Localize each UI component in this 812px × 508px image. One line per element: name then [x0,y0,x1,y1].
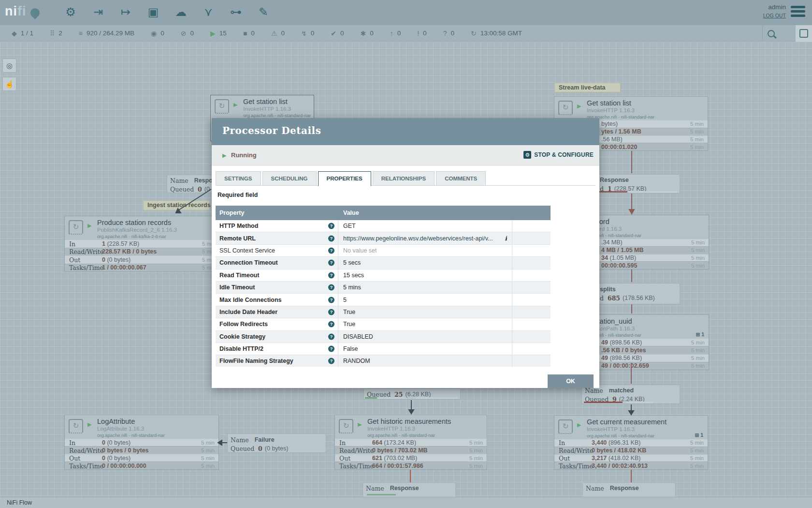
running-status-label: Running [231,151,257,159]
processor-icon: ↻ [69,419,83,433]
property-row: HTTP Method?GET [216,220,551,232]
funnel-tool-icon[interactable]: ⋎ [200,3,217,21]
tab-settings[interactable]: SETTINGS [216,171,261,186]
property-row: Connection Timeout?5 secs [216,257,551,269]
tab-properties[interactable]: PROPERTIES [318,171,371,186]
queue-load-bar [584,402,623,403]
property-value-cell[interactable]: True [338,318,512,330]
processor-stat-row: In3,440 (896.31 KB)5 min [554,439,708,447]
queue-load-bar [378,397,406,399]
run-status-icon: ▶ [233,102,237,108]
processor-produce-station-records[interactable]: ↻▶Produce station recordsPublishKafkaRec… [64,216,220,272]
ok-button[interactable]: OK [548,374,594,388]
processor-type: LogAttribute 1.16.3 [97,426,144,432]
property-column-header: Property [216,209,338,216]
processor-tool-icon[interactable]: ⚙ [62,3,79,21]
property-value-cell[interactable]: 15 secs [338,269,512,281]
property-value-cell[interactable]: DISABLED [338,331,512,343]
processor-name: Get historic measurements [367,418,451,425]
tab-scheduling[interactable]: SCHEDULING [262,171,317,186]
stop-configure-button[interactable]: ⚙ STOP & CONFIGURE [523,151,594,159]
stopped-components-icon: ■ [243,30,247,37]
help-icon[interactable]: ? [328,346,334,352]
navigate-panel-button[interactable]: ◎ [2,59,16,73]
remote-process-group-tool-icon[interactable]: ☁ [172,3,189,21]
connection-label-failure[interactable]: NameFailureQueued 0(0 bytes) [227,433,326,453]
output-port-tool-icon[interactable]: ↦ [117,3,134,21]
property-value-cell[interactable]: 5 secs [338,257,512,269]
processor-name: LogAttribute [97,418,135,425]
nifi-drop-icon [29,6,42,19]
processor-stat-row: Out621 (703.02 MB)5 min [335,454,487,462]
template-tool-icon[interactable]: ⊶ [227,3,245,21]
property-row: Disable HTTP/2?False [216,343,551,355]
help-icon[interactable]: ? [328,333,334,340]
refresh-icon[interactable]: ↻ [471,30,477,37]
connection-label-queued-25[interactable]: Queued 25(6.28 KB) [363,388,461,400]
help-icon[interactable]: ? [328,247,334,254]
processor-get-current-measurement[interactable]: ↻▶Get current measurementInvokeHTTP 1.16… [554,415,708,470]
canvas-tool-button[interactable] [796,25,812,42]
queue-load-bar [626,402,653,403]
active-threads-icon: ⠿ [50,30,55,37]
status-clustered-nodes: ◆1 / 1 [12,30,33,37]
processor-get-historic-measurements[interactable]: ↻▶Get historic measurementsInvokeHTTP 1.… [334,415,487,470]
property-value-cell[interactable]: False [338,343,512,355]
status-stopped-components: ■0 [243,30,255,37]
property-name-cell: Read Timeout? [216,269,338,281]
processor-icon: ↻ [339,419,353,433]
run-status-icon: ▶ [577,422,581,428]
help-icon[interactable]: ? [328,223,334,229]
property-name-cell: HTTP Method? [216,220,338,232]
tab-relationships[interactable]: RELATIONSHIPS [373,171,435,186]
property-value-cell[interactable]: RANDOM [338,355,512,367]
help-icon[interactable]: ? [328,260,334,266]
property-value-cell[interactable]: https://www.pegelonline.wsv.de/webservic… [338,232,512,244]
help-icon[interactable]: ? [328,309,334,315]
help-icon[interactable]: ? [328,358,334,364]
logout-link[interactable]: LOG OUT [763,13,786,18]
processor-icon: ↻ [558,101,573,115]
processor-log-attribute[interactable]: ↻▶LogAttributeLogAttribute 1.16.3org.apa… [64,415,219,470]
property-name-cell: Include Date Header? [216,306,338,318]
search-button[interactable] [762,25,779,42]
processor-stat-row: Read/Write0 bytes / 418.02 KB5 min [554,447,708,454]
property-name-cell: FlowFile Naming Strategy? [216,355,338,367]
operate-panel-button[interactable]: ☝ [2,77,16,91]
global-menu-icon[interactable] [791,6,805,19]
disabled-components-icon: ↯ [301,30,307,37]
tab-comments[interactable]: COMMENTS [436,171,486,186]
processor-stat-row: In1 (228.57 KB)5 min [65,239,219,248]
property-value-cell[interactable]: 5 [338,294,512,305]
processor-stat-row: Read/Write228.57 KB / 0 bytes5 min [65,248,219,256]
help-icon[interactable]: ? [328,235,334,241]
help-icon[interactable]: ? [328,284,334,291]
status-up-to-date-versioned: ✔0 [331,30,344,37]
clustered-nodes-count: 1 / 1 [21,30,33,37]
label-tool-icon[interactable]: ✎ [255,3,272,21]
process-group-tool-icon[interactable]: ▣ [145,3,162,21]
property-value-cell[interactable]: No value set [338,245,512,256]
input-port-tool-icon[interactable]: ⇥ [89,3,107,21]
property-value-cell[interactable]: 5 mins [338,282,512,293]
breadcrumb[interactable]: NiFi Flow [7,499,32,506]
help-icon[interactable]: ? [328,321,334,328]
dialog-title: Processor Details [222,125,321,136]
status-sync-failure-versioned: ?0 [443,30,454,37]
property-row: Remote URL?https://www.pegelonline.wsv.d… [216,232,551,244]
help-icon[interactable]: ? [328,272,334,278]
help-icon[interactable]: ? [328,297,334,303]
processor-stat-row: Tasks/Time664 / 00:01:57.9865 min [335,462,487,469]
property-row: Cookie Strategy?DISABLED [216,331,551,343]
queue-load-bar [365,397,377,399]
logo-text: ni [5,4,17,19]
active-threads-badge: ⊞ 1 [695,432,703,438]
not-transmitting-remote-groups-count: 0 [190,30,194,37]
label-stream-live-data[interactable]: Stream live-data [554,83,621,92]
processor-stat-row: In0 (0 bytes)5 min [65,438,218,446]
info-icon: i [500,235,507,242]
property-value-cell[interactable]: True [338,306,512,318]
processor-type: PublishKafkaRecord_2_6 1.16.3 [97,227,177,233]
property-value-cell[interactable]: GET [338,220,512,232]
label-ingest-station-records[interactable]: Ingest station records [143,200,210,210]
